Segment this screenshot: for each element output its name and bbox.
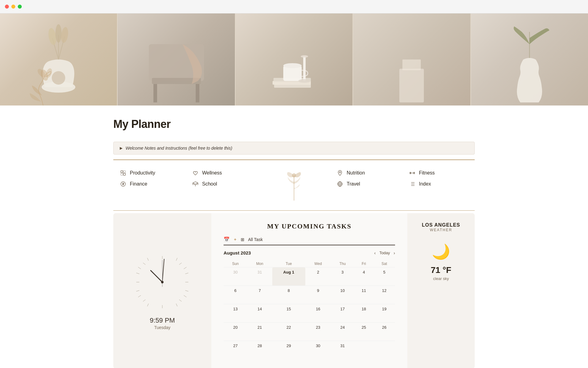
svg-line-50 <box>184 295 187 297</box>
svg-point-6 <box>55 24 62 43</box>
nav-item-fitness[interactable]: Fitness <box>409 170 469 176</box>
calendar-cell[interactable]: 20 <box>224 323 247 341</box>
svg-point-18 <box>301 55 308 58</box>
calendar-cell[interactable]: 4 <box>354 267 373 286</box>
wellness-icon <box>192 170 199 176</box>
calendar-cell[interactable] <box>354 341 373 359</box>
calendar-cell[interactable]: 2 <box>305 267 331 286</box>
calendar-cell[interactable]: 17 <box>331 304 354 323</box>
calendar-cell[interactable]: 3 <box>331 267 354 286</box>
calendar-cell[interactable]: 18 <box>354 304 373 323</box>
calendar-cell[interactable]: 27 <box>224 341 247 359</box>
sparkle-icon: ✦ <box>233 237 237 242</box>
top-divider <box>113 159 475 160</box>
calendar-cell[interactable]: 23 <box>305 323 331 341</box>
all-task-tab[interactable]: All Task <box>248 237 263 242</box>
calendar-cell[interactable]: 31 <box>247 267 272 286</box>
calendar-cell[interactable]: 31 <box>331 341 354 359</box>
svg-line-49 <box>185 290 188 291</box>
finance-icon <box>119 181 127 187</box>
calendar-cell[interactable]: 13 <box>224 304 247 323</box>
nav-item-travel[interactable]: Travel <box>336 181 396 187</box>
minimize-button[interactable] <box>11 5 15 9</box>
nav-item-productivity[interactable]: Productivity <box>119 170 179 176</box>
calendar-cell[interactable]: 30 <box>224 267 247 286</box>
hero-panel-2 <box>118 13 235 105</box>
maximize-button[interactable] <box>18 5 22 9</box>
nav-col-2: Wellness School <box>186 170 258 201</box>
calendar-cell[interactable]: Aug 1 <box>272 267 305 286</box>
svg-line-48 <box>185 273 188 274</box>
nav-item-school[interactable]: School <box>192 181 252 187</box>
callout-arrow: ▶ <box>120 146 123 150</box>
productivity-icon <box>119 170 127 176</box>
callout-text: Welcome Notes and Instructions (feel fre… <box>126 146 232 151</box>
svg-point-1 <box>52 71 65 85</box>
calendar-cell[interactable]: 16 <box>305 304 331 323</box>
calendar-cell[interactable]: 22 <box>272 323 305 341</box>
calendar-cell[interactable] <box>374 341 395 359</box>
calendar-cell[interactable]: 19 <box>374 304 395 323</box>
svg-line-53 <box>147 258 149 261</box>
close-button[interactable] <box>5 5 9 9</box>
calendar-cell[interactable]: 26 <box>374 323 395 341</box>
hero-panel-1 <box>0 13 117 105</box>
calendar-cell[interactable]: 14 <box>247 304 272 323</box>
weather-desc: clear sky <box>433 276 449 281</box>
bottom-section: 9:59 PM Tuesday MY UPCOMING TASKS 📅 ✦ ⊞ … <box>113 213 475 368</box>
calendar-cell[interactable]: 10 <box>331 286 354 304</box>
nav-col-center <box>258 170 330 201</box>
clock-panel: 9:59 PM Tuesday <box>113 213 211 368</box>
calendar-cell[interactable]: 30 <box>305 341 331 359</box>
calendar-month: August 2023 <box>224 250 251 255</box>
weather-panel: LOS ANGELES WEATHER 🌙 71 °F clear sky <box>407 213 475 368</box>
svg-rect-26 <box>121 171 123 173</box>
table-icon: ⊞ <box>241 237 244 242</box>
calendar-cell[interactable]: 25 <box>354 323 373 341</box>
nav-label-travel: Travel <box>347 181 360 187</box>
prev-month-button[interactable]: ‹ <box>374 251 376 255</box>
calendar-cell[interactable]: 9 <box>305 286 331 304</box>
nav-item-wellness[interactable]: Wellness <box>192 170 252 176</box>
nav-item-nutrition[interactable]: Nutrition <box>336 170 396 176</box>
col-mon: Mon <box>247 260 272 267</box>
weather-temp: 71 °F <box>431 265 451 275</box>
calendar-cell[interactable]: 6 <box>224 286 247 304</box>
calendar-cell[interactable]: 8 <box>272 286 305 304</box>
calendar-cell[interactable]: 29 <box>272 341 305 359</box>
calendar-cell[interactable]: 5 <box>374 267 395 286</box>
page-title-section: My Planner <box>113 105 475 137</box>
calendar-row: 2728293031 <box>224 341 395 359</box>
weather-label: WEATHER <box>430 228 452 232</box>
svg-rect-11 <box>196 84 199 102</box>
svg-line-56 <box>136 273 139 274</box>
next-month-button[interactable]: › <box>394 251 395 255</box>
calendar-cell[interactable]: 7 <box>247 286 272 304</box>
nav-label-nutrition: Nutrition <box>347 170 365 176</box>
svg-line-62 <box>162 259 164 282</box>
callout-toggle[interactable]: ▶ Welcome Notes and Instructions (feel f… <box>113 142 475 155</box>
clock-face <box>132 251 193 313</box>
svg-rect-21 <box>402 59 421 70</box>
calendar-panel: MY UPCOMING TASKS 📅 ✦ ⊞ All Task August … <box>211 213 407 368</box>
nav-item-finance[interactable]: Finance <box>119 181 179 187</box>
bottom-divider <box>113 210 475 211</box>
svg-rect-29 <box>123 173 126 175</box>
calendar-cell[interactable]: 11 <box>354 286 373 304</box>
calendar-tab-icon[interactable]: 📅 <box>224 236 230 242</box>
calendar-cell[interactable]: 12 <box>374 286 395 304</box>
hero-panel-3 <box>236 13 352 105</box>
titlebar <box>0 0 588 13</box>
calendar-cell[interactable]: 15 <box>272 304 305 323</box>
clock-day: Tuesday <box>154 325 170 330</box>
calendar-cell[interactable]: 21 <box>247 323 272 341</box>
today-label[interactable]: Today <box>379 251 390 255</box>
index-icon <box>409 181 416 187</box>
calendar-grid: Sun Mon Tue Wed Thu Fri Sat 3031Aug 1234… <box>224 260 395 359</box>
calendar-cell[interactable]: 24 <box>331 323 354 341</box>
calendar-header-row: Sun Mon Tue Wed Thu Fri Sat <box>224 260 395 267</box>
svg-rect-20 <box>399 69 424 102</box>
col-sat: Sat <box>374 260 395 267</box>
calendar-cell[interactable]: 28 <box>247 341 272 359</box>
nav-item-index[interactable]: Index <box>409 181 469 187</box>
